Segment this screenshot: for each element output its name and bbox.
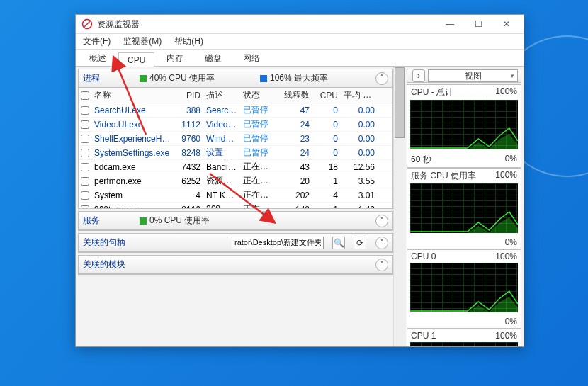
cell-avgcpu: 3.01 [341,191,378,200]
col-avgcpu[interactable]: 平均 CPU [341,89,378,101]
blue-square-icon [260,75,267,82]
col-desc[interactable]: 描述 [203,89,240,101]
cell-avgcpu: 0.00 [341,120,378,130]
cell-status: 正在运行 [240,189,277,201]
collapse-right-button[interactable]: › [412,69,425,82]
cpu-graph: CPU 1100% [407,329,521,346]
table-row[interactable]: 360tray.exe8116360安…正在运行14011.43 [79,203,392,208]
graph-footer-right: 0% [505,317,517,327]
handles-header[interactable]: 关联的句柄 🔍 ⟳ ˅ [79,234,392,252]
cell-status: 正在运行 [240,175,277,187]
cell-cpu: 0 [312,120,341,130]
cell-pid: 1112 [174,120,203,130]
row-checkbox[interactable] [81,205,89,209]
cell-name: SearchUI.exe [91,106,174,115]
table-row[interactable]: SystemSettings.exe8248设置已暂停2400.00 [79,146,392,160]
graph-canvas [410,183,518,233]
titlebar[interactable]: 资源监视器 — ☐ ✕ [76,15,524,34]
maximize-icon: ☐ [475,19,482,29]
cell-avgcpu: 0.00 [341,106,378,115]
row-checkbox[interactable] [81,135,89,143]
modules-panel: 关联的模块 ˅ [78,255,393,275]
expand-button[interactable]: ˅ [375,215,388,227]
menu-help[interactable]: 帮助(H) [171,34,206,49]
cell-name: bdcam.exe [91,162,174,172]
table-row[interactable]: System4NT Ker…正在运行20243.01 [79,188,392,203]
cell-pid: 9760 [174,134,203,144]
view-dropdown[interactable]: 视图 [428,69,518,82]
cell-desc: 资源和… [203,175,240,187]
graph-title: CPU 1 [411,331,436,341]
graph-title: CPU 0 [411,251,436,261]
cpu-usage-text: 40% CPU 使用率 [149,72,215,84]
row-checkbox[interactable] [81,177,89,186]
refresh-button[interactable]: ⟳ [354,237,366,249]
cell-threads: 140 [277,205,312,209]
minimize-button[interactable]: — [436,17,464,31]
row-checkbox[interactable] [81,163,89,171]
tab-disk[interactable]: 磁盘 [196,50,231,66]
cell-cpu: 18 [312,162,341,172]
table-row[interactable]: bdcam.exe7432Bandic…正在运行431812.56 [79,160,392,174]
modules-header[interactable]: 关联的模块 ˅ [79,256,392,274]
col-status[interactable]: 状态 [240,89,277,101]
cell-pid: 6252 [174,176,203,186]
cell-cpu: 0 [312,134,341,144]
tab-cpu[interactable]: CPU [118,52,154,67]
graph-canvas [410,263,518,312]
scrollbar-thumb[interactable] [395,67,405,138]
graph-pct: 100% [495,170,517,182]
search-button[interactable]: 🔍 [332,237,345,249]
cpu-usage-meter: 40% CPU 使用率 [140,72,215,84]
expand-button[interactable]: ˅ [375,259,388,271]
table-row[interactable]: ShellExperienceHost.exe9760Windo…已暂停2300… [79,132,392,146]
select-all-checkbox[interactable] [81,91,89,100]
cell-desc: Windo… [203,134,240,144]
cell-avgcpu: 12.56 [341,162,378,172]
cell-avgcpu: 0.00 [341,134,378,144]
services-header[interactable]: 服务 0% CPU 使用率 ˅ [79,212,392,230]
row-checkbox[interactable] [81,191,89,200]
search-icon: 🔍 [334,238,344,248]
row-checkbox[interactable] [81,149,89,157]
cell-name: System [91,191,174,200]
vertical-scrollbar[interactable] [393,67,405,346]
row-checkbox[interactable] [81,120,89,129]
cell-desc: 设置 [203,147,240,159]
menu-monitor[interactable]: 监视器(M) [120,34,164,49]
close-button[interactable]: ✕ [492,17,521,31]
cell-status: 正在运行 [240,161,277,173]
tab-memory[interactable]: 内存 [157,50,193,66]
chevron-down-icon: ˅ [380,238,384,248]
minimize-icon: — [446,19,454,29]
col-threads[interactable]: 线程数 [277,89,312,101]
table-row[interactable]: SearchUI.exe388Search …已暂停4700.00 [79,103,392,118]
tab-overview[interactable]: 概述 [80,50,115,66]
services-label: 服务 [83,215,132,227]
graph-title: 服务 CPU 使用率 [411,170,476,182]
expand-button[interactable]: ˅ [375,237,388,249]
tab-network[interactable]: 网络 [234,50,269,66]
maximize-button[interactable]: ☐ [464,17,492,31]
col-cpu[interactable]: CPU [312,91,341,101]
menu-file[interactable]: 文件(F) [80,34,113,49]
processes-header[interactable]: 进程 40% CPU 使用率 106% 最大频率 ˄ [79,69,392,88]
max-freq-meter: 106% 最大频率 [260,72,328,84]
row-checkbox[interactable] [81,106,89,115]
green-square-icon [140,217,147,225]
handles-filter-input[interactable] [232,237,324,249]
content-body: 进程 40% CPU 使用率 106% 最大频率 ˄ [76,67,524,346]
col-pid[interactable]: PID [174,91,203,101]
refresh-icon: ⟳ [356,238,363,248]
collapse-button[interactable]: ˄ [375,72,388,85]
cell-pid: 4 [174,191,203,200]
cell-status: 已暂停 [240,147,277,159]
services-cpu-meter: 0% CPU 使用率 [140,215,210,227]
col-name[interactable]: 名称 [91,89,174,101]
cell-pid: 388 [174,106,203,115]
table-row[interactable]: Video.UI.exe1112Video …已暂停2400.00 [79,118,392,132]
graph-pct: 100% [495,331,517,341]
table-row[interactable]: perfmon.exe6252资源和…正在运行2013.55 [79,174,392,188]
cell-status: 已暂停 [240,104,277,116]
cell-name: Video.UI.exe [91,120,174,130]
